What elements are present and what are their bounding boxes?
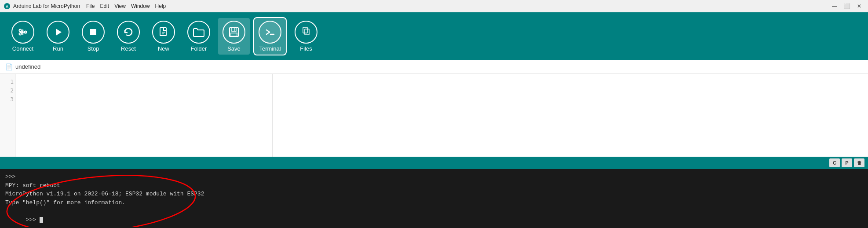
reset-label: Reset	[121, 45, 136, 52]
save-label: Save	[227, 45, 241, 52]
menu-help[interactable]: Help	[155, 3, 166, 9]
title-bar-left: A Arduino Lab for MicroPython File Edit …	[4, 3, 166, 10]
menu-bar: File Edit View Window Help	[86, 3, 166, 9]
app-logo: A	[4, 3, 11, 10]
menu-edit[interactable]: Edit	[100, 3, 109, 9]
maximize-button[interactable]: ⬜	[842, 2, 852, 11]
run-label: Run	[53, 45, 63, 52]
stop-icon	[82, 21, 105, 44]
terminal-icon	[259, 21, 281, 44]
folder-button[interactable]: Folder	[183, 18, 215, 55]
terminal-label: Terminal	[259, 45, 281, 52]
reset-icon	[117, 21, 140, 44]
terminal-line-3: Type "help()" for more information.	[5, 199, 863, 207]
files-label: Files	[300, 45, 312, 52]
connect-label: Connect	[12, 45, 33, 52]
terminal-paste-button[interactable]: P	[842, 158, 852, 167]
terminal-section: C P 🗑 >>> MPY: soft reboot MicroPython v…	[0, 157, 868, 228]
toolbar: Connect Run Stop Reset	[0, 12, 868, 60]
files-icon	[295, 21, 317, 44]
connect-icon	[11, 21, 34, 44]
svg-text:A: A	[6, 4, 9, 9]
title-bar: A Arduino Lab for MicroPython File Edit …	[0, 0, 868, 12]
line-number-1: 1	[2, 77, 14, 86]
folder-label: Folder	[191, 45, 207, 52]
svg-rect-16	[231, 33, 237, 36]
terminal-copy-button[interactable]: C	[829, 158, 840, 167]
stop-button[interactable]: Stop	[77, 18, 109, 55]
svg-marker-9	[56, 29, 62, 36]
folder-icon	[187, 21, 210, 44]
save-button[interactable]: Save	[218, 18, 250, 55]
menu-file[interactable]: File	[86, 3, 95, 9]
terminal-toolbar: C P 🗑	[0, 157, 868, 169]
menu-window[interactable]: Window	[131, 3, 150, 9]
close-button[interactable]: ✕	[854, 2, 864, 11]
window-controls: — ⬜ ✕	[829, 2, 864, 11]
line-number-3: 3	[2, 95, 14, 104]
app-title: Arduino Lab for MicroPython	[13, 3, 80, 9]
terminal-line-4: >>>	[5, 207, 863, 228]
file-icon: 📄	[5, 63, 13, 70]
new-button[interactable]: New	[148, 18, 179, 55]
svg-rect-10	[90, 29, 96, 35]
connect-button[interactable]: Connect	[7, 18, 39, 55]
svg-point-5	[19, 33, 22, 35]
stop-label: Stop	[88, 45, 99, 52]
terminal-line-0: >>>	[5, 173, 863, 181]
svg-rect-15	[232, 28, 236, 31]
new-label: New	[158, 45, 169, 52]
menu-view[interactable]: View	[114, 3, 126, 9]
terminal-clear-button[interactable]: 🗑	[854, 158, 864, 167]
files-button[interactable]: Files	[290, 18, 322, 55]
run-button[interactable]: Run	[42, 18, 74, 55]
terminal-line-1: MPY: soft reboot	[5, 181, 863, 190]
breadcrumb-bar: 📄 undefined	[0, 60, 868, 74]
breadcrumb-text: undefined	[15, 63, 40, 70]
svg-rect-20	[305, 29, 309, 35]
terminal-line-2: MicroPython v1.19.1 on 2022-06-18; ESP32…	[5, 190, 863, 199]
terminal-button[interactable]: Terminal	[253, 17, 287, 55]
new-icon	[152, 21, 175, 44]
line-number-2: 2	[2, 86, 14, 95]
save-icon	[222, 21, 245, 44]
minimize-button[interactable]: —	[829, 2, 840, 11]
terminal-cursor	[40, 217, 43, 223]
run-icon	[47, 21, 69, 44]
terminal-body[interactable]: >>> MPY: soft reboot MicroPython v1.19.1…	[0, 169, 868, 228]
reset-button[interactable]: Reset	[113, 18, 144, 55]
svg-point-4	[19, 29, 22, 31]
svg-rect-19	[303, 27, 307, 33]
